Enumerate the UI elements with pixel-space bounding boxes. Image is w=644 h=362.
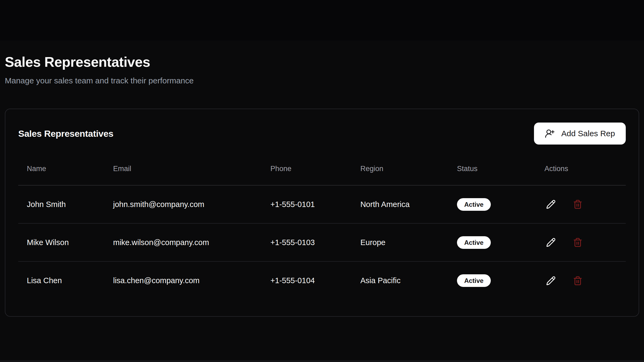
pencil-icon bbox=[546, 238, 556, 247]
card-header: Sales Representatives Add Sales Rep bbox=[18, 123, 626, 145]
main-content: Sales Representatives Manage your sales … bbox=[0, 0, 644, 317]
delete-button[interactable] bbox=[571, 198, 584, 211]
add-sales-rep-label: Add Sales Rep bbox=[561, 129, 615, 138]
card-title: Sales Representatives bbox=[18, 128, 114, 139]
sales-reps-table: Name Email Phone Region Status Actions J… bbox=[18, 153, 626, 300]
trash-icon bbox=[573, 276, 583, 286]
rep-status-cell: Active bbox=[448, 261, 536, 300]
rep-status-cell: Active bbox=[448, 223, 536, 261]
rep-actions-cell bbox=[536, 261, 626, 300]
user-plus-icon bbox=[545, 128, 555, 139]
sales-reps-card: Sales Representatives Add Sales Rep bbox=[5, 109, 639, 317]
rep-name: Lisa Chen bbox=[18, 261, 104, 300]
row-actions bbox=[544, 274, 617, 287]
rep-actions-cell bbox=[536, 223, 626, 261]
column-header-actions: Actions bbox=[536, 153, 626, 185]
column-header-name: Name bbox=[18, 153, 104, 185]
pencil-icon bbox=[546, 200, 556, 209]
row-actions bbox=[544, 198, 617, 211]
column-header-region: Region bbox=[352, 153, 448, 185]
delete-button[interactable] bbox=[571, 274, 584, 287]
delete-button[interactable] bbox=[571, 236, 584, 249]
edit-button[interactable] bbox=[544, 236, 557, 249]
rep-name: John Smith bbox=[18, 185, 104, 223]
rep-email: lisa.chen@company.com bbox=[104, 261, 262, 300]
column-header-status: Status bbox=[448, 153, 536, 185]
table-row: John Smith john.smith@company.com +1-555… bbox=[18, 185, 626, 223]
edit-button[interactable] bbox=[544, 198, 557, 211]
row-actions bbox=[544, 236, 617, 249]
page-title: Sales Representatives bbox=[5, 54, 639, 70]
rep-phone: +1-555-0101 bbox=[262, 185, 352, 223]
rep-region: North America bbox=[352, 185, 448, 223]
rep-name: Mike Wilson bbox=[18, 223, 104, 261]
rep-phone: +1-555-0104 bbox=[262, 261, 352, 300]
rep-region: Asia Pacific bbox=[352, 261, 448, 300]
status-badge: Active bbox=[457, 236, 491, 249]
page-subtitle: Manage your sales team and track their p… bbox=[5, 75, 639, 86]
pencil-icon bbox=[546, 276, 556, 286]
bottom-strip bbox=[0, 360, 644, 362]
rep-email: john.smith@company.com bbox=[104, 185, 262, 223]
rep-region: Europe bbox=[352, 223, 448, 261]
table-body: John Smith john.smith@company.com +1-555… bbox=[18, 185, 626, 300]
status-badge: Active bbox=[457, 274, 491, 287]
column-header-email: Email bbox=[104, 153, 262, 185]
rep-status-cell: Active bbox=[448, 185, 536, 223]
status-badge: Active bbox=[457, 198, 491, 211]
add-sales-rep-button[interactable]: Add Sales Rep bbox=[534, 123, 626, 145]
table-row: Lisa Chen lisa.chen@company.com +1-555-0… bbox=[18, 261, 626, 300]
rep-actions-cell bbox=[536, 185, 626, 223]
trash-icon bbox=[573, 200, 583, 209]
column-header-phone: Phone bbox=[262, 153, 352, 185]
trash-icon bbox=[573, 238, 583, 247]
rep-phone: +1-555-0103 bbox=[262, 223, 352, 261]
table-header: Name Email Phone Region Status Actions bbox=[18, 153, 626, 185]
table-row: Mike Wilson mike.wilson@company.com +1-5… bbox=[18, 223, 626, 261]
edit-button[interactable] bbox=[544, 274, 557, 287]
rep-email: mike.wilson@company.com bbox=[104, 223, 262, 261]
